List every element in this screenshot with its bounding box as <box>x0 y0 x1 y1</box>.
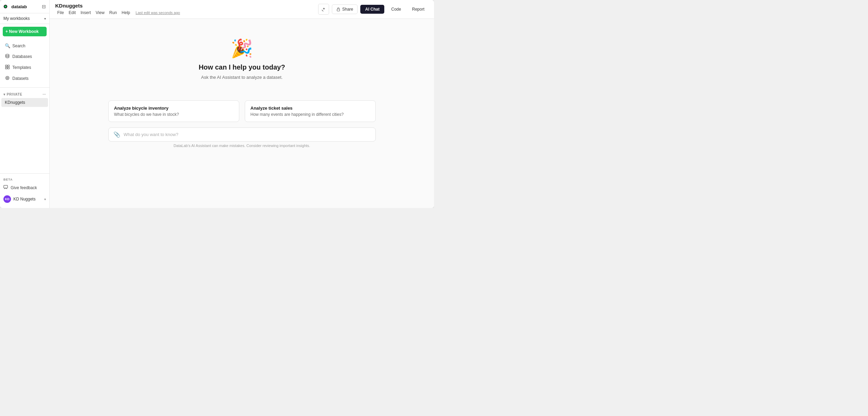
welcome-title: How can I help you today? <box>198 63 285 71</box>
section-divider <box>0 87 49 88</box>
sidebar: datalab ⊟ My workbooks ▾ + New Workbook … <box>0 0 50 208</box>
attach-icon[interactable]: 📎 <box>113 131 120 138</box>
sidebar-item-datasets[interactable]: Datasets <box>1 73 48 84</box>
svg-point-8 <box>7 77 8 78</box>
suggestion-cards: Analyze bicycle inventory What bicycles … <box>108 100 376 122</box>
workbook-title: KDnuggets <box>55 3 180 9</box>
last-edit-status: Last edit was seconds ago <box>136 11 180 15</box>
sidebar-item-templates[interactable]: Templates <box>1 62 48 73</box>
user-left: KD KD Nuggets <box>3 195 36 203</box>
menu-edit[interactable]: Edit <box>67 10 78 16</box>
workbook-selector-arrow-icon: ▾ <box>44 17 46 21</box>
chevron-down-icon: ▾ <box>3 93 5 96</box>
private-header: ▾ PRIVATE ··· <box>0 91 49 98</box>
beta-label: BETA <box>0 176 49 183</box>
feedback-label: Give feedback <box>11 185 37 190</box>
suggestion-card-0[interactable]: Analyze bicycle inventory What bicycles … <box>108 100 239 122</box>
feedback-icon <box>3 185 8 191</box>
workbook-item-kdnuggets[interactable]: KDnuggets <box>1 98 48 107</box>
sidebar-item-databases-label: Databases <box>12 54 32 59</box>
main-content: KDnuggets File Edit Insert View Run Help… <box>50 0 434 208</box>
chat-welcome: 🎉 How can I help you today? Ask the AI A… <box>198 19 285 80</box>
svg-point-7 <box>5 76 9 80</box>
menu-file[interactable]: File <box>55 10 66 16</box>
chat-input-box: 📎 <box>108 127 376 142</box>
share-label: Share <box>342 7 353 12</box>
workbook-item-label: KDnuggets <box>5 100 25 105</box>
report-button[interactable]: Report <box>408 5 429 14</box>
sidebar-header: datalab ⊟ <box>0 0 49 13</box>
give-feedback-button[interactable]: Give feedback <box>0 183 49 193</box>
share-button[interactable]: Share <box>332 4 358 14</box>
workbook-selector[interactable]: My workbooks ▾ <box>0 13 49 24</box>
svg-rect-10 <box>337 9 340 11</box>
lock-icon <box>336 7 340 11</box>
avatar-initials: KD <box>5 197 10 201</box>
user-name: KD Nuggets <box>13 197 36 201</box>
topbar-left: KDnuggets File Edit Insert View Run Help… <box>55 3 180 16</box>
menu-run[interactable]: Run <box>107 10 119 16</box>
user-menu[interactable]: KD KD Nuggets ▾ <box>0 193 49 205</box>
databases-icon <box>5 54 10 59</box>
suggestion-title-1: Analyze ticket sales <box>251 106 370 111</box>
svg-rect-5 <box>5 67 7 69</box>
user-arrow-icon: ▾ <box>44 197 46 201</box>
chat-input-area: 📎 DataLab's AI Assistant can make mistak… <box>108 127 376 148</box>
svg-point-1 <box>4 5 7 8</box>
suggestion-title-0: Analyze bicycle inventory <box>114 106 233 111</box>
ai-chat-button[interactable]: AI Chat <box>360 5 384 14</box>
topbar: KDnuggets File Edit Insert View Run Help… <box>50 0 434 19</box>
party-icon: 🎉 <box>231 39 253 57</box>
avatar: KD <box>3 195 11 203</box>
suggestion-desc-0: What bicycles do we have in stock? <box>114 112 233 117</box>
topbar-right: Share AI Chat Code Report <box>318 4 429 15</box>
search-icon: 🔍 <box>5 43 10 48</box>
sidebar-item-search-label: Search <box>12 44 25 48</box>
sidebar-item-search[interactable]: 🔍 Search <box>1 41 48 51</box>
svg-rect-9 <box>4 185 8 188</box>
svg-rect-3 <box>5 65 7 67</box>
wand-icon <box>321 7 326 12</box>
menu-help[interactable]: Help <box>120 10 132 16</box>
logo-text: datalab <box>11 4 27 9</box>
app-window: datalab ⊟ My workbooks ▾ + New Workbook … <box>0 0 434 208</box>
logo-icon <box>3 3 10 10</box>
suggestion-desc-1: How many events are happening in differe… <box>251 112 370 117</box>
menu-view[interactable]: View <box>94 10 107 16</box>
code-button[interactable]: Code <box>387 5 405 14</box>
templates-icon <box>5 65 10 70</box>
svg-rect-4 <box>8 65 9 67</box>
more-options-icon[interactable]: ··· <box>43 93 46 96</box>
sidebar-item-templates-label: Templates <box>12 65 31 70</box>
svg-point-2 <box>5 54 9 56</box>
sidebar-bottom: BETA Give feedback KD KD Nuggets ▾ <box>0 173 49 208</box>
private-header-left: ▾ PRIVATE <box>3 93 22 96</box>
svg-rect-6 <box>8 67 9 69</box>
private-section: ▾ PRIVATE ··· KDnuggets <box>0 90 49 109</box>
sidebar-toggle-button[interactable]: ⊟ <box>42 4 46 9</box>
private-label: PRIVATE <box>7 93 22 96</box>
chat-input[interactable] <box>124 132 371 137</box>
sidebar-item-databases[interactable]: Databases <box>1 51 48 62</box>
new-workbook-button[interactable]: + New Workbook <box>3 27 47 36</box>
workbook-selector-label: My workbooks <box>3 16 30 21</box>
chat-area: 🎉 How can I help you today? Ask the AI A… <box>50 19 434 208</box>
menu-bar: File Edit Insert View Run Help Last edit… <box>55 10 180 16</box>
menu-insert[interactable]: Insert <box>79 10 93 16</box>
sidebar-item-datasets-label: Datasets <box>12 76 28 81</box>
disclaimer: DataLab's AI Assistant can make mistakes… <box>108 144 376 148</box>
welcome-subtitle: Ask the AI Assistant to analyze a datase… <box>201 75 283 80</box>
logo: datalab <box>3 3 27 10</box>
datasets-icon <box>5 76 10 81</box>
magic-wand-button[interactable] <box>318 4 329 15</box>
suggestion-card-1[interactable]: Analyze ticket sales How many events are… <box>245 100 376 122</box>
sidebar-nav: 🔍 Search Databases <box>0 39 49 85</box>
